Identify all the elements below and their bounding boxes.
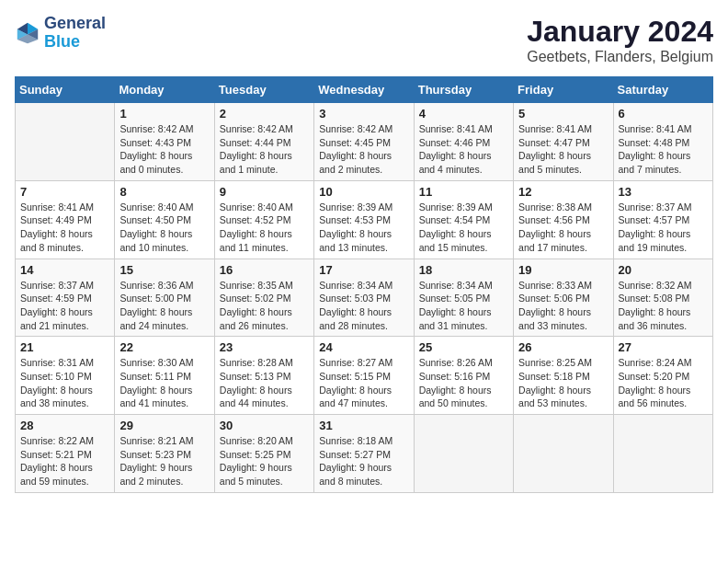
day-info: Sunrise: 8:31 AM Sunset: 5:10 PM Dayligh…	[20, 356, 109, 410]
day-info: Sunrise: 8:42 AM Sunset: 4:44 PM Dayligh…	[220, 122, 309, 177]
day-info: Sunrise: 8:41 AM Sunset: 4:49 PM Dayligh…	[20, 201, 109, 255]
calendar-cell: 6Sunrise: 8:41 AM Sunset: 4:48 PM Daylig…	[613, 103, 712, 181]
day-number: 1	[119, 107, 209, 121]
calendar-cell: 1Sunrise: 8:42 AM Sunset: 4:43 PM Daylig…	[115, 103, 214, 181]
day-number: 29	[119, 419, 209, 432]
main-title: January 2024	[527, 15, 713, 49]
calendar-cell: 21Sunrise: 8:31 AM Sunset: 5:10 PM Dayli…	[16, 337, 115, 415]
weekday-header-tuesday: Tuesday	[214, 77, 313, 103]
logo: General Blue	[15, 15, 106, 52]
day-info: Sunrise: 8:32 AM Sunset: 5:08 PM Dayligh…	[619, 279, 708, 333]
calendar-cell: 14Sunrise: 8:37 AM Sunset: 4:59 PM Dayli…	[16, 259, 115, 337]
day-number: 17	[319, 263, 408, 277]
calendar-cell: 26Sunrise: 8:25 AM Sunset: 5:18 PM Dayli…	[514, 337, 613, 415]
logo-text: General Blue	[44, 15, 106, 52]
calendar-cell: 30Sunrise: 8:20 AM Sunset: 5:25 PM Dayli…	[214, 415, 313, 493]
day-info: Sunrise: 8:34 AM Sunset: 5:03 PM Dayligh…	[319, 279, 408, 333]
calendar-cell: 8Sunrise: 8:40 AM Sunset: 4:50 PM Daylig…	[115, 180, 214, 259]
weekday-header-sunday: Sunday	[16, 77, 115, 103]
day-number: 4	[419, 107, 508, 121]
day-info: Sunrise: 8:33 AM Sunset: 5:06 PM Dayligh…	[518, 279, 608, 333]
day-info: Sunrise: 8:36 AM Sunset: 5:00 PM Dayligh…	[119, 279, 209, 333]
calendar-cell	[414, 415, 513, 493]
weekday-header-thursday: Thursday	[414, 77, 513, 103]
week-row-5: 28Sunrise: 8:22 AM Sunset: 5:21 PM Dayli…	[16, 415, 713, 493]
calendar-cell: 28Sunrise: 8:22 AM Sunset: 5:21 PM Dayli…	[16, 415, 115, 493]
day-number: 22	[119, 340, 209, 354]
calendar-cell: 25Sunrise: 8:26 AM Sunset: 5:16 PM Dayli…	[414, 337, 513, 415]
day-number: 27	[619, 340, 708, 354]
calendar-cell: 23Sunrise: 8:28 AM Sunset: 5:13 PM Dayli…	[214, 337, 313, 415]
calendar-cell: 5Sunrise: 8:41 AM Sunset: 4:47 PM Daylig…	[514, 103, 613, 181]
calendar-cell: 10Sunrise: 8:39 AM Sunset: 4:53 PM Dayli…	[314, 180, 414, 259]
calendar-cell	[514, 415, 613, 493]
calendar-cell: 24Sunrise: 8:27 AM Sunset: 5:15 PM Dayli…	[314, 337, 414, 415]
calendar-cell: 4Sunrise: 8:41 AM Sunset: 4:46 PM Daylig…	[414, 103, 513, 181]
day-number: 12	[518, 185, 608, 199]
calendar-cell: 11Sunrise: 8:39 AM Sunset: 4:54 PM Dayli…	[414, 180, 513, 259]
day-info: Sunrise: 8:21 AM Sunset: 5:23 PM Dayligh…	[119, 434, 209, 488]
calendar-cell: 17Sunrise: 8:34 AM Sunset: 5:03 PM Dayli…	[314, 259, 414, 337]
calendar-cell: 31Sunrise: 8:18 AM Sunset: 5:27 PM Dayli…	[314, 415, 414, 493]
day-info: Sunrise: 8:18 AM Sunset: 5:27 PM Dayligh…	[319, 434, 408, 488]
day-info: Sunrise: 8:42 AM Sunset: 4:43 PM Dayligh…	[119, 122, 209, 177]
day-info: Sunrise: 8:35 AM Sunset: 5:02 PM Dayligh…	[220, 279, 309, 333]
day-info: Sunrise: 8:41 AM Sunset: 4:46 PM Dayligh…	[419, 122, 508, 177]
weekday-header-row: SundayMondayTuesdayWednesdayThursdayFrid…	[16, 77, 713, 103]
day-info: Sunrise: 8:37 AM Sunset: 4:57 PM Dayligh…	[619, 201, 708, 255]
day-number: 21	[20, 340, 109, 354]
day-info: Sunrise: 8:42 AM Sunset: 4:45 PM Dayligh…	[319, 122, 408, 177]
calendar-cell: 9Sunrise: 8:40 AM Sunset: 4:52 PM Daylig…	[214, 180, 313, 259]
day-info: Sunrise: 8:34 AM Sunset: 5:05 PM Dayligh…	[419, 279, 508, 333]
day-info: Sunrise: 8:37 AM Sunset: 4:59 PM Dayligh…	[20, 279, 109, 333]
calendar-cell: 18Sunrise: 8:34 AM Sunset: 5:05 PM Dayli…	[414, 259, 513, 337]
calendar-cell: 29Sunrise: 8:21 AM Sunset: 5:23 PM Dayli…	[115, 415, 214, 493]
calendar-cell: 12Sunrise: 8:38 AM Sunset: 4:56 PM Dayli…	[514, 180, 613, 259]
day-info: Sunrise: 8:24 AM Sunset: 5:20 PM Dayligh…	[619, 356, 708, 410]
weekday-header-monday: Monday	[115, 77, 214, 103]
day-number: 31	[319, 419, 408, 432]
day-number: 24	[319, 340, 408, 354]
day-info: Sunrise: 8:39 AM Sunset: 4:53 PM Dayligh…	[319, 201, 408, 255]
day-number: 2	[220, 107, 309, 121]
day-number: 7	[20, 185, 109, 199]
day-number: 3	[319, 107, 408, 121]
calendar-cell: 19Sunrise: 8:33 AM Sunset: 5:06 PM Dayli…	[514, 259, 613, 337]
calendar-cell	[16, 103, 115, 181]
day-number: 30	[220, 419, 309, 432]
day-number: 28	[20, 419, 109, 432]
day-number: 23	[220, 340, 309, 354]
day-number: 14	[20, 263, 109, 277]
day-info: Sunrise: 8:20 AM Sunset: 5:25 PM Dayligh…	[220, 434, 309, 488]
calendar-cell	[613, 415, 712, 493]
day-info: Sunrise: 8:28 AM Sunset: 5:13 PM Dayligh…	[220, 356, 309, 410]
logo-icon	[15, 20, 40, 46]
weekday-header-wednesday: Wednesday	[314, 77, 414, 103]
week-row-1: 1Sunrise: 8:42 AM Sunset: 4:43 PM Daylig…	[16, 103, 713, 181]
calendar-cell: 7Sunrise: 8:41 AM Sunset: 4:49 PM Daylig…	[16, 180, 115, 259]
day-info: Sunrise: 8:26 AM Sunset: 5:16 PM Dayligh…	[419, 356, 508, 410]
day-info: Sunrise: 8:25 AM Sunset: 5:18 PM Dayligh…	[518, 356, 608, 410]
day-number: 26	[518, 340, 608, 354]
week-row-2: 7Sunrise: 8:41 AM Sunset: 4:49 PM Daylig…	[16, 180, 713, 259]
calendar-cell: 22Sunrise: 8:30 AM Sunset: 5:11 PM Dayli…	[115, 337, 214, 415]
title-area: January 2024 Geetbets, Flanders, Belgium	[527, 15, 713, 65]
day-number: 15	[119, 263, 209, 277]
weekday-header-saturday: Saturday	[613, 77, 712, 103]
day-info: Sunrise: 8:40 AM Sunset: 4:50 PM Dayligh…	[119, 201, 209, 255]
subtitle: Geetbets, Flanders, Belgium	[527, 49, 713, 65]
day-number: 13	[619, 185, 708, 199]
day-info: Sunrise: 8:38 AM Sunset: 4:56 PM Dayligh…	[518, 201, 608, 255]
day-number: 5	[518, 107, 608, 121]
day-number: 16	[220, 263, 309, 277]
day-info: Sunrise: 8:27 AM Sunset: 5:15 PM Dayligh…	[319, 356, 408, 410]
week-row-4: 21Sunrise: 8:31 AM Sunset: 5:10 PM Dayli…	[16, 337, 713, 415]
day-info: Sunrise: 8:39 AM Sunset: 4:54 PM Dayligh…	[419, 201, 508, 255]
day-number: 8	[119, 185, 209, 199]
calendar-cell: 27Sunrise: 8:24 AM Sunset: 5:20 PM Dayli…	[613, 337, 712, 415]
calendar-cell: 13Sunrise: 8:37 AM Sunset: 4:57 PM Dayli…	[613, 180, 712, 259]
day-info: Sunrise: 8:41 AM Sunset: 4:48 PM Dayligh…	[619, 122, 708, 177]
day-number: 9	[220, 185, 309, 199]
day-number: 6	[619, 107, 708, 121]
day-info: Sunrise: 8:41 AM Sunset: 4:47 PM Dayligh…	[518, 122, 608, 177]
